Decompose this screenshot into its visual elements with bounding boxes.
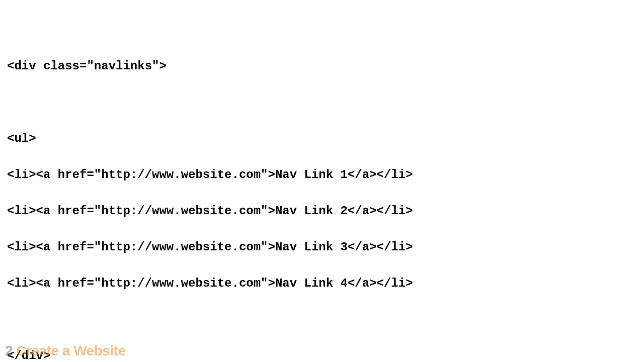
code-line[interactable]: <li><a href="http://www.website.com">Nav… [0,169,644,181]
code-line[interactable]: <li><a href="http://www.website.com">Nav… [0,241,644,253]
code-line[interactable]: <li><a href="http://www.website.com">Nav… [0,278,644,290]
code-line[interactable]: </div> [0,350,644,362]
code-line[interactable]: <ul> [0,133,644,145]
code-editor-area[interactable]: <div class="navlinks"> <ul> <li><a href=… [0,0,644,362]
code-line[interactable]: <div class="navlinks"> [0,60,644,72]
code-line[interactable]: <li><a href="http://www.website.com">Nav… [0,205,644,217]
